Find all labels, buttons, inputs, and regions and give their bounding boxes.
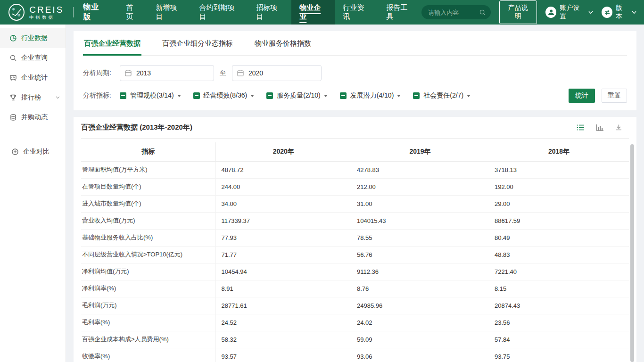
row-value-2020: 34.00 [215, 195, 351, 212]
nav-item[interactable]: 新增项目 [148, 0, 191, 25]
row-value-2019: 8.76 [351, 280, 489, 297]
table-row: 不同层级营业收入情况>TOP10(亿元) 71.77 56.76 48.83 [81, 246, 629, 263]
product-info-button[interactable]: 产品说明 [499, 0, 537, 24]
sidebar-item-label: 并购动态 [21, 113, 48, 122]
nav-item-label: 招标项目 [256, 3, 283, 21]
period-from-input[interactable] [120, 65, 214, 81]
row-value-2018: 80.49 [489, 229, 629, 246]
checkbox-indeterminate-icon[interactable] [120, 92, 126, 99]
checkbox-indeterminate-icon[interactable] [266, 92, 273, 99]
sidebar-item-industry-data[interactable]: 行业数据 [0, 28, 66, 48]
version-label: 版本 [616, 4, 628, 21]
sidebar-item-label: 排行榜 [21, 93, 41, 102]
row-value-2020: 10454.94 [215, 263, 351, 280]
row-value-2018: 48.83 [489, 246, 629, 263]
account-settings[interactable]: 账户设置 [545, 4, 593, 21]
nav-item[interactable]: 行业资讯 [335, 0, 378, 25]
nav-item[interactable]: 招标项目 [248, 0, 291, 25]
period-to-input[interactable] [232, 65, 322, 81]
row-value-2018: 57.84 [489, 331, 629, 348]
indicator-checkbox-group[interactable]: 经营绩效(8/36) [193, 91, 255, 100]
indicator-label: 发展潜力(4/10) [350, 91, 394, 100]
logo-divider [73, 7, 74, 17]
row-value-2019: 104015.43 [351, 212, 489, 229]
row-value-2019: 24985.96 [351, 297, 489, 314]
tab[interactable]: 百强企业细分业态指标 [161, 31, 234, 56]
nav-menu: 首页 新增项目 合约到期项目 招标项目 物业企业 行业资讯 报告工具 [118, 0, 421, 25]
creis-logo-icon: 中 物 [8, 4, 25, 21]
checkbox-indeterminate-icon[interactable] [340, 92, 347, 99]
version-switcher[interactable]: 版本 [602, 4, 636, 21]
caret-down-icon[interactable] [467, 95, 471, 97]
indicator-checkbox-group[interactable]: 管理规模(3/14) [120, 91, 181, 100]
sidebar-item-company-stats[interactable]: 企业统计 [0, 68, 66, 88]
nav-item[interactable]: 物业企业 [291, 0, 335, 25]
user-icon [545, 7, 556, 18]
caret-down-icon[interactable] [177, 95, 181, 97]
nav-search[interactable] [421, 5, 490, 19]
reset-button[interactable]: 重置 [602, 89, 627, 103]
tab[interactable]: 百强企业经营数据 [83, 31, 141, 56]
column-header-2019: 2019年 [351, 142, 489, 161]
list-view-icon[interactable] [577, 124, 585, 131]
filter-card: 百强企业经营数据 百强企业细分业态指标 物业服务价格指数 分析周期: [74, 31, 636, 110]
download-icon[interactable] [615, 124, 622, 131]
row-value-2020: 8.91 [215, 280, 351, 297]
period-to-label: 至 [220, 69, 226, 77]
row-indicator-label: 在管项目数量均值(个) [81, 178, 215, 195]
row-value-2020: 117339.37 [215, 212, 351, 229]
caret-down-icon[interactable] [324, 95, 328, 97]
row-value-2020: 4878.72 [215, 161, 351, 178]
search-icon[interactable] [479, 9, 486, 16]
table-row: 毛利率(%) 24.52 24.02 23.56 [81, 314, 629, 331]
chevron-down-icon[interactable] [56, 96, 60, 99]
indicator-label: 服务质量(2/10) [277, 91, 321, 100]
indicator-checkbox-group[interactable]: 发展潜力(4/10) [340, 91, 401, 100]
table-head: 指标 2020年 2019年 2018年 [81, 142, 629, 161]
account-settings-label: 账户设置 [560, 4, 585, 21]
sidebar-item-label: 企业统计 [21, 74, 48, 82]
nav-item-label: 行业资讯 [343, 3, 370, 21]
tab-label: 物业服务价格指数 [255, 39, 311, 47]
nav-item-label: 合约到期项目 [199, 3, 240, 21]
row-value-2018: 192.00 [489, 178, 629, 195]
sidebar-item-label: 行业数据 [21, 34, 48, 42]
row-value-2020: 24.52 [215, 314, 351, 331]
sidebar-item-ranking[interactable]: 排行榜 [0, 88, 66, 107]
svg-text:中: 中 [12, 8, 15, 11]
sidebar-item-company-compare[interactable]: 企业对比 [0, 142, 66, 162]
table-row: 收缴率(%) 93.57 93.06 93.75 [81, 348, 629, 362]
nav-item[interactable]: 报告工具 [378, 0, 421, 25]
period-to-picker[interactable] [232, 65, 322, 81]
indicator-checkbox-group[interactable]: 社会责任(2/7) [413, 91, 471, 100]
indicator-label: 管理规模(3/14) [130, 91, 174, 100]
tab-bar: 百强企业经营数据 百强企业细分业态指标 物业服务价格指数 [83, 31, 627, 56]
nav-item-label: 首页 [126, 3, 140, 21]
nav-item[interactable]: 首页 [118, 0, 148, 25]
row-value-2019: 9112.36 [351, 263, 489, 280]
bar-chart-icon[interactable] [596, 124, 604, 132]
chevron-down-icon [588, 11, 593, 14]
statistics-button[interactable]: 统计 [569, 89, 595, 103]
caret-down-icon[interactable] [250, 95, 254, 97]
data-table-card: 百强企业经营数据 (2013年-2020年) [74, 117, 636, 362]
indicator-checkbox-group[interactable]: 服务质量(2/10) [266, 91, 328, 100]
logo[interactable]: 中 物 CREIS 中指数据 物业版 [8, 2, 106, 22]
sidebar-item-ma-news[interactable]: 并购动态 [0, 107, 66, 127]
sidebar-item-company-search[interactable]: 企业查询 [0, 48, 66, 68]
caret-down-icon[interactable] [397, 95, 401, 97]
nav-item[interactable]: 合约到期项目 [191, 0, 248, 25]
filter-actions: 统计 重置 [569, 89, 627, 103]
table-scrollbar[interactable] [630, 144, 634, 362]
search-input[interactable] [428, 9, 479, 16]
period-from-picker[interactable] [120, 65, 214, 81]
table-row: 毛利润(万元) 28771.61 24985.96 20874.43 [81, 297, 629, 314]
checkbox-indeterminate-icon[interactable] [193, 92, 200, 99]
brand-subtitle: 中指数据 [29, 16, 64, 20]
checkbox-indeterminate-icon[interactable] [413, 92, 420, 99]
table-row: 在管项目数量均值(个) 244.00 212.00 192.00 [81, 178, 629, 195]
row-value-2018: 20874.43 [489, 297, 629, 314]
tab[interactable]: 物业服务价格指数 [254, 31, 312, 56]
table-body: 管理面积均值(万平方米) 4878.72 4278.83 3718.13 在管项… [81, 161, 629, 362]
analysis-indicator-label: 分析指标: [83, 91, 120, 100]
